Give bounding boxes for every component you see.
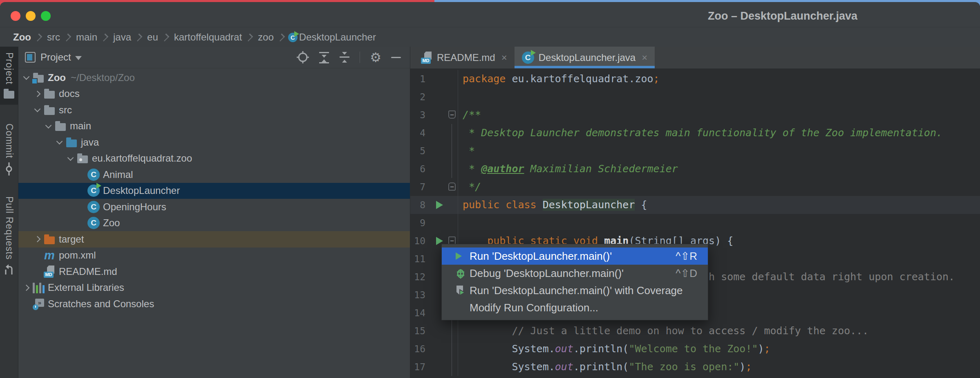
- fold-marker-icon[interactable]: −: [448, 110, 456, 119]
- code-line-4[interactable]: 4 * Desktop Launcher demonstrates main f…: [410, 124, 980, 142]
- code-line-9[interactable]: 9: [410, 214, 980, 232]
- menu-item-debug[interactable]: Debug 'DesktopLauncher.main()'^⇧D: [442, 265, 708, 282]
- tree-item-label: Zoo: [48, 72, 66, 83]
- tree-item-openinghours[interactable]: COpeningHours: [18, 199, 410, 215]
- chevron-right-icon[interactable]: [34, 236, 40, 243]
- breadcrumb-item-zoo[interactable]: zoo: [256, 32, 275, 43]
- minimize-button[interactable]: [26, 11, 36, 21]
- line-number: 6: [410, 160, 425, 178]
- tree-item-desktoplauncher[interactable]: CDesktopLauncher: [18, 183, 410, 199]
- tree-item-icon-box: »: [31, 299, 45, 309]
- tree-item-label: pom.xml: [59, 250, 96, 261]
- tree-item-src[interactable]: src: [18, 102, 410, 118]
- menu-item-shortcut: ^⇧D: [676, 267, 697, 280]
- expand-all-icon[interactable]: [319, 51, 329, 63]
- chevron-down-icon[interactable]: [75, 56, 82, 60]
- stripe-tab-pull-requests[interactable]: Pull Requests: [0, 191, 18, 275]
- breadcrumb-item-desktoplauncher[interactable]: CDesktopLauncher: [288, 32, 378, 43]
- markdown-file-icon: MD: [44, 266, 55, 278]
- stripe-tab-commit[interactable]: Commit: [0, 118, 18, 179]
- tree-item-eu-kartoffelquadrat-zoo[interactable]: eu.kartoffelquadrat.zoo: [18, 151, 410, 167]
- chevron-down-icon[interactable]: [34, 106, 40, 112]
- tree-chevron-box[interactable]: [43, 125, 54, 128]
- tree-chevron-box[interactable]: [65, 157, 76, 160]
- menu-item-run-coverage[interactable]: Run 'DesktopLauncher.main()' with Covera…: [442, 282, 708, 299]
- tree-item-pom-xml[interactable]: mpom.xml: [18, 248, 410, 264]
- code-line-16[interactable]: 16 System.out.println("Welcome to the Zo…: [410, 340, 980, 358]
- editor-tab-bar: MDREADME.md×CDesktopLauncher.java×: [410, 47, 980, 69]
- code-line-5[interactable]: 5 *: [410, 142, 980, 160]
- tree-item-icon-box: C: [87, 217, 101, 229]
- code-line-1[interactable]: 1package eu.kartoffelquadrat.zoo;: [410, 70, 980, 88]
- menu-item-modify-run-configuration[interactable]: Modify Run Configuration...: [442, 299, 708, 316]
- tree-item-label: docs: [59, 88, 80, 99]
- breadcrumb-item-kartoffelquadrat[interactable]: kartoffelquadrat: [172, 32, 244, 43]
- tree-item-readme-md[interactable]: MDREADME.md: [18, 263, 410, 280]
- code-text: * @author Maximilian Schiedermeier: [458, 160, 678, 178]
- chevron-down-icon[interactable]: [45, 122, 51, 128]
- stripe-tab-project[interactable]: Project: [0, 47, 18, 105]
- code-line-17[interactable]: 17 System.out.println("The zoo is open:"…: [410, 358, 980, 376]
- code-text: /**: [458, 106, 481, 124]
- menu-item-run[interactable]: Run 'DesktopLauncher.main()'^⇧R: [442, 248, 708, 265]
- run-line-icon[interactable]: [436, 201, 443, 209]
- settings-icon[interactable]: ⚙: [370, 51, 381, 64]
- chevron-right-icon[interactable]: [34, 90, 40, 97]
- code-line-3[interactable]: 3−/**: [410, 106, 980, 124]
- collapse-all-icon[interactable]: [339, 51, 350, 63]
- tree-chevron-box[interactable]: [54, 141, 65, 144]
- class-run-icon: C: [87, 184, 100, 197]
- chevron-down-icon[interactable]: [56, 138, 63, 145]
- breadcrumb-item-zoo[interactable]: Zoo: [11, 32, 33, 43]
- tree-item-scratches-and-consoles[interactable]: »Scratches and Consoles: [18, 296, 410, 312]
- editor-tab-desktoplauncher-java[interactable]: CDesktopLauncher.java×: [515, 47, 655, 68]
- zoom-button[interactable]: [41, 11, 51, 21]
- tree-item-main[interactable]: main: [18, 118, 410, 135]
- fold-range-line: [452, 340, 452, 358]
- tree-item-external-libraries[interactable]: External Libraries: [18, 280, 410, 296]
- tree-chevron-box[interactable]: [32, 92, 43, 96]
- chevron-down-icon[interactable]: [67, 154, 74, 161]
- code-line-2[interactable]: 2: [410, 88, 980, 106]
- fold-marker-icon[interactable]: −: [448, 236, 456, 245]
- locate-icon[interactable]: [297, 51, 309, 63]
- toolbar-divider: [360, 52, 360, 63]
- tree-chevron-box[interactable]: [21, 76, 31, 79]
- code-text: [458, 88, 463, 106]
- tree-item-icon-box: [43, 105, 56, 115]
- code-line-15[interactable]: 15 // Just a little demo on how to acces…: [410, 322, 980, 340]
- close-icon[interactable]: ×: [642, 52, 647, 63]
- close-button[interactable]: [11, 11, 20, 21]
- tree-item-zoo[interactable]: Zoo~/Desktop/Zoo: [18, 70, 410, 86]
- tree-chevron-box[interactable]: [32, 237, 43, 241]
- tree-item-java[interactable]: java: [18, 134, 410, 151]
- code-line-7[interactable]: 7− */: [410, 178, 980, 196]
- breadcrumb-item-main[interactable]: main: [74, 32, 99, 43]
- tree-chevron-box[interactable]: [21, 286, 31, 290]
- breadcrumb-item-eu[interactable]: eu: [145, 32, 160, 43]
- tree-chevron-box[interactable]: [32, 108, 43, 111]
- fold-marker-icon[interactable]: −: [448, 182, 456, 191]
- markdown-file-icon: MD: [421, 52, 432, 64]
- code-line-6[interactable]: 6 * @author Maximilian Schiedermeier: [410, 160, 980, 178]
- tree-item-label: External Libraries: [48, 282, 124, 293]
- tree-item-zoo[interactable]: CZoo: [18, 215, 410, 232]
- folder-icon: [4, 91, 14, 99]
- editor-tab-readme-md[interactable]: MDREADME.md×: [414, 47, 515, 68]
- breadcrumb-separator-icon: [134, 33, 142, 41]
- code-text: */: [458, 178, 481, 196]
- pull-request-icon: [4, 264, 14, 275]
- code-editor[interactable]: 1package eu.kartoffelquadrat.zoo;23−/**4…: [410, 69, 980, 376]
- tree-item-docs[interactable]: docs: [18, 86, 410, 102]
- close-icon[interactable]: ×: [501, 52, 507, 63]
- tree-item-animal[interactable]: CAnimal: [18, 166, 410, 183]
- gutter-icons: −: [425, 178, 458, 196]
- chevron-right-icon[interactable]: [23, 284, 29, 291]
- tree-item-target[interactable]: target: [18, 231, 410, 248]
- breadcrumb-item-src[interactable]: src: [45, 32, 62, 43]
- breadcrumb-item-java[interactable]: java: [112, 32, 133, 43]
- chevron-down-icon[interactable]: [23, 74, 29, 80]
- breadcrumb-label: main: [74, 32, 99, 43]
- hide-icon[interactable]: [391, 57, 401, 58]
- code-line-8[interactable]: 8public class DesktopLauncher {: [410, 196, 980, 214]
